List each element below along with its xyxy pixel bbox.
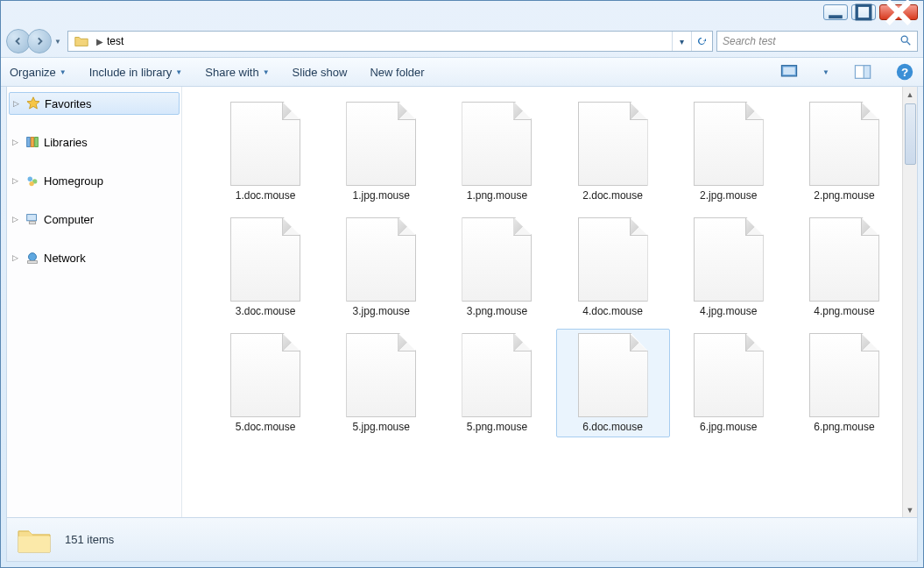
file-item[interactable]: 4.doc.mouse bbox=[556, 213, 670, 322]
items-view[interactable]: 1.doc.mouse1.jpg.mouse1.png.mouse2.doc.m… bbox=[182, 87, 917, 517]
file-name: 2.jpg.mouse bbox=[700, 189, 757, 202]
sidebar-item-libraries[interactable]: ▷ Libraries bbox=[7, 131, 181, 153]
include-in-library-button[interactable]: Include in library▼ bbox=[89, 66, 183, 79]
svg-rect-13 bbox=[31, 138, 34, 147]
refresh-button[interactable] bbox=[691, 32, 710, 51]
folder-icon bbox=[16, 523, 53, 557]
sidebar-item-label: Homegroup bbox=[44, 174, 103, 188]
file-name: 4.jpg.mouse bbox=[700, 305, 757, 317]
file-item[interactable]: 5.png.mouse bbox=[440, 329, 554, 437]
slide-show-button[interactable]: Slide show bbox=[293, 66, 348, 79]
file-icon bbox=[462, 102, 532, 186]
file-item[interactable]: 1.jpg.mouse bbox=[324, 97, 438, 206]
preview-pane-button[interactable] bbox=[853, 62, 872, 82]
search-placeholder: Search test bbox=[723, 35, 776, 47]
sidebar-item-favorites[interactable]: ▷ Favorites bbox=[9, 92, 180, 115]
organize-button[interactable]: Organize▼ bbox=[10, 66, 67, 79]
file-name: 5.doc.mouse bbox=[236, 421, 296, 433]
search-input[interactable]: Search test bbox=[716, 31, 918, 52]
details-pane: 151 items bbox=[6, 518, 918, 562]
command-bar: Organize▼ Include in library▼ Share with… bbox=[1, 57, 923, 87]
help-button[interactable]: ? bbox=[895, 62, 914, 82]
minimize-button[interactable] bbox=[823, 4, 848, 20]
maximize-button[interactable] bbox=[851, 4, 876, 20]
file-icon bbox=[578, 333, 648, 417]
svg-rect-9 bbox=[864, 66, 870, 79]
file-name: 2.png.mouse bbox=[814, 189, 874, 202]
file-name: 3.jpg.mouse bbox=[353, 305, 410, 317]
file-icon bbox=[694, 333, 764, 417]
sidebar-item-label: Network bbox=[44, 252, 86, 265]
network-icon bbox=[25, 250, 40, 266]
file-icon bbox=[694, 102, 764, 186]
file-name: 6.png.mouse bbox=[814, 421, 874, 433]
sidebar-item-network[interactable]: ▷ Network bbox=[7, 246, 181, 269]
address-bar[interactable]: ▶ test ▾ bbox=[67, 31, 713, 52]
svg-point-20 bbox=[29, 253, 37, 261]
computer-icon bbox=[25, 211, 40, 227]
recent-locations-button[interactable]: ▼ bbox=[52, 30, 64, 53]
file-icon bbox=[809, 102, 879, 186]
new-folder-button[interactable]: New folder bbox=[370, 66, 424, 79]
svg-point-4 bbox=[901, 36, 907, 42]
sidebar-item-homegroup[interactable]: ▷ Homegroup bbox=[7, 169, 181, 192]
svg-rect-14 bbox=[35, 138, 39, 147]
file-item[interactable]: 6.doc.mouse bbox=[556, 329, 670, 437]
file-item[interactable]: 3.png.mouse bbox=[440, 213, 554, 322]
breadcrumb-folder[interactable]: test bbox=[107, 35, 123, 47]
sidebar-item-computer[interactable]: ▷ Computer bbox=[7, 208, 181, 231]
scroll-up-button[interactable]: ▲ bbox=[903, 87, 917, 102]
nav-buttons: ▼ bbox=[6, 29, 64, 53]
svg-point-17 bbox=[29, 181, 33, 186]
file-item[interactable]: 3.doc.mouse bbox=[208, 213, 322, 322]
file-item[interactable]: 3.jpg.mouse bbox=[324, 213, 438, 322]
sidebar-item-label: Computer bbox=[44, 213, 94, 226]
close-button[interactable] bbox=[879, 4, 918, 20]
share-with-button[interactable]: Share with▼ bbox=[205, 66, 269, 79]
forward-button[interactable] bbox=[27, 29, 52, 53]
file-icon bbox=[230, 217, 300, 302]
file-icon bbox=[578, 102, 648, 186]
file-icon bbox=[694, 217, 764, 302]
file-name: 6.doc.mouse bbox=[582, 421, 643, 433]
scroll-down-button[interactable]: ▼ bbox=[903, 502, 917, 517]
file-item[interactable]: 5.jpg.mouse bbox=[324, 329, 438, 437]
titlebar bbox=[1, 1, 923, 25]
view-dropdown-button[interactable]: ▼ bbox=[822, 62, 830, 82]
file-name: 2.doc.mouse bbox=[582, 189, 643, 202]
file-item[interactable]: 2.doc.mouse bbox=[556, 97, 670, 206]
file-item[interactable]: 4.png.mouse bbox=[787, 213, 901, 322]
file-name: 5.png.mouse bbox=[467, 421, 527, 433]
change-view-button[interactable] bbox=[779, 62, 799, 82]
file-item[interactable]: 6.jpg.mouse bbox=[672, 329, 786, 437]
address-dropdown-button[interactable]: ▾ bbox=[672, 32, 691, 51]
file-item[interactable]: 1.png.mouse bbox=[440, 97, 554, 206]
svg-line-5 bbox=[907, 41, 911, 45]
file-item[interactable]: 2.png.mouse bbox=[787, 97, 901, 206]
file-name: 3.png.mouse bbox=[467, 305, 527, 317]
file-name: 6.jpg.mouse bbox=[700, 421, 757, 433]
navigation-row: ▼ ▶ test ▾ Search test bbox=[1, 25, 923, 57]
file-icon bbox=[230, 102, 300, 186]
svg-rect-12 bbox=[27, 138, 31, 147]
file-icon bbox=[462, 217, 532, 302]
file-name: 1.doc.mouse bbox=[236, 189, 296, 202]
svg-rect-19 bbox=[29, 222, 35, 224]
file-name: 1.jpg.mouse bbox=[353, 189, 410, 202]
vertical-scrollbar[interactable]: ▲ ▼ bbox=[902, 87, 917, 517]
svg-rect-21 bbox=[28, 261, 38, 264]
explorer-window: ▼ ▶ test ▾ Search test Organize▼ Include… bbox=[0, 0, 924, 568]
scroll-thumb[interactable] bbox=[905, 103, 916, 165]
file-item[interactable]: 1.doc.mouse bbox=[208, 97, 322, 206]
file-item[interactable]: 2.jpg.mouse bbox=[672, 97, 786, 206]
star-icon bbox=[25, 96, 41, 111]
file-icon bbox=[346, 102, 416, 186]
file-item[interactable]: 6.png.mouse bbox=[787, 329, 901, 437]
body-area: ▷ Favorites ▷ Libraries ▷ Homegroup ▷ Co… bbox=[6, 87, 918, 518]
file-item[interactable]: 4.jpg.mouse bbox=[672, 213, 786, 322]
navigation-pane: ▷ Favorites ▷ Libraries ▷ Homegroup ▷ Co… bbox=[7, 87, 182, 517]
file-icon bbox=[809, 333, 879, 417]
file-name: 1.png.mouse bbox=[467, 189, 527, 202]
sidebar-item-label: Libraries bbox=[44, 136, 88, 149]
file-item[interactable]: 5.doc.mouse bbox=[208, 329, 322, 437]
